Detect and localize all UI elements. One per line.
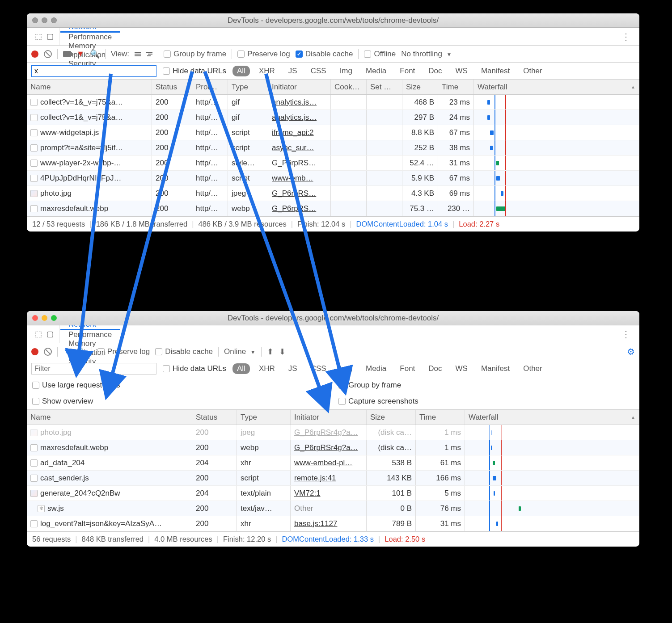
table-row[interactable]: ad_data_204204xhrwww-embed-pl…538 B61 ms — [27, 455, 639, 471]
filter-type-js[interactable]: JS — [284, 66, 302, 76]
filter-type-js[interactable]: JS — [284, 363, 302, 374]
filter-type-font[interactable]: Font — [395, 363, 419, 374]
filter-input[interactable] — [31, 363, 156, 375]
table-row[interactable]: maxresdefault.webp200webpG_P6rpRSr4g?a…(… — [27, 440, 639, 455]
initiator-link[interactable]: Other — [294, 504, 313, 513]
initiator-link[interactable]: G_P6rpRS… — [272, 204, 316, 213]
inspect-icon[interactable]: ⬚ — [35, 32, 42, 41]
filter-type-xhr[interactable]: XHR — [254, 363, 279, 374]
capture-screenshots-check[interactable]: Capture screenshots — [333, 393, 639, 409]
clear-button[interactable] — [44, 50, 52, 58]
device-icon[interactable]: ▢ — [46, 32, 54, 41]
throttling-dropdown[interactable]: No throttling ▼ — [401, 50, 452, 59]
hide-data-urls-check[interactable]: Hide data URLs — [163, 364, 226, 373]
filter-type-all[interactable]: All — [232, 66, 250, 76]
column-set[interactable]: Set … — [367, 80, 402, 94]
filter-type-css[interactable]: CSS — [306, 363, 331, 374]
table-row[interactable]: log_event?alt=json&key=AIzaSyA…200xhrbas… — [27, 516, 639, 531]
table-row[interactable]: sw.js200text/jav…Other0 B76 ms — [27, 501, 639, 516]
search-icon[interactable]: 🔍 — [76, 347, 86, 357]
upload-har-icon[interactable]: ⬆ — [267, 347, 274, 357]
table-row[interactable]: www-player-2x-webp-…200http/…style…G_P6r… — [27, 156, 639, 171]
more-icon[interactable]: ⋮ — [615, 329, 637, 340]
column-status[interactable]: Status — [152, 80, 192, 94]
column-time[interactable]: Time — [438, 80, 474, 94]
initiator-link[interactable]: www-emb… — [272, 174, 313, 183]
close-dot[interactable] — [32, 315, 38, 321]
initiator-link[interactable]: analytics.js… — [272, 98, 317, 107]
filter-type-manifest[interactable]: Manifest — [477, 363, 514, 374]
filter-type-other[interactable]: Other — [519, 363, 547, 374]
hide-data-urls-check[interactable]: Hide data URLs — [163, 67, 226, 76]
initiator-link[interactable]: G_P6rpRS… — [272, 189, 316, 198]
initiator-link[interactable]: async_sur… — [272, 143, 314, 152]
filter-toggle-icon[interactable]: ▼ — [63, 347, 71, 356]
initiator-link[interactable]: base.js:1127 — [294, 519, 337, 528]
group-by-frame-check[interactable]: Group by frame — [333, 377, 639, 393]
settings-icon[interactable]: ⚙ — [627, 346, 635, 357]
inspect-icon[interactable]: ⬚ — [35, 329, 42, 339]
column-time[interactable]: Time — [416, 410, 465, 425]
column-size[interactable]: Size — [402, 80, 438, 94]
preserve-log-check[interactable]: Preserve log — [237, 50, 290, 59]
column-size[interactable]: Size — [367, 410, 416, 425]
table-row[interactable]: 4PUpJpDdHqrNInFpJ…200http/…scriptwww-emb… — [27, 171, 639, 186]
record-button[interactable] — [31, 348, 38, 355]
titlebar[interactable]: DevTools - developers.google.com/web/too… — [27, 311, 639, 325]
column-name[interactable]: Name — [27, 410, 192, 425]
table-row[interactable]: generate_204?cQ2nBw204text/plainVM72:110… — [27, 486, 639, 501]
initiator-link[interactable]: analytics.js… — [272, 113, 317, 122]
filter-type-ws[interactable]: WS — [451, 66, 472, 76]
table-row[interactable]: collect?v=1&_v=j75&a…200http/…gifanalyti… — [27, 95, 639, 110]
zoom-dot[interactable] — [51, 315, 57, 321]
zoom-dot[interactable] — [51, 17, 57, 23]
more-icon[interactable]: ⋮ — [615, 31, 637, 42]
record-button[interactable] — [31, 51, 38, 58]
filter-type-xhr[interactable]: XHR — [254, 66, 279, 76]
column-prot[interactable]: Prot… — [192, 80, 228, 94]
table-row[interactable]: prompt?t=a&site=ylj5if…200http/…scriptas… — [27, 140, 639, 156]
table-row[interactable]: collect?v=1&_v=j75&a…200http/…gifanalyti… — [27, 110, 639, 125]
device-icon[interactable]: ▢ — [46, 329, 54, 339]
filter-type-font[interactable]: Font — [395, 66, 419, 76]
filter-type-media[interactable]: Media — [361, 363, 391, 374]
initiator-link[interactable]: www-embed-pl… — [294, 459, 352, 467]
filter-type-css[interactable]: CSS — [306, 66, 331, 76]
initiator-link[interactable]: VM72:1 — [294, 489, 321, 498]
online-dropdown[interactable]: Online ▼ — [224, 347, 255, 356]
overview-icon[interactable] — [146, 52, 152, 56]
filter-type-all[interactable]: All — [232, 363, 250, 374]
initiator-link[interactable]: G_P6rpRS… — [272, 159, 316, 168]
offline-check[interactable]: Offline — [364, 50, 396, 59]
column-type[interactable]: Type — [237, 410, 291, 425]
filter-type-ws[interactable]: WS — [451, 363, 472, 374]
filter-type-img[interactable]: Img — [335, 363, 357, 374]
table-row[interactable]: www-widgetapi.js200http/…scriptiframe_ap… — [27, 125, 639, 140]
camera-icon[interactable] — [63, 51, 71, 57]
filter-type-doc[interactable]: Doc — [424, 66, 446, 76]
tab-performance[interactable]: Performance — [60, 33, 120, 42]
filter-toggle-icon[interactable]: ▼ — [76, 49, 85, 59]
disable-cache-check[interactable]: Disable cache — [155, 347, 213, 356]
minimize-dot[interactable] — [42, 315, 47, 321]
filter-type-manifest[interactable]: Manifest — [477, 66, 514, 76]
group-by-frame-check[interactable]: Group by frame — [164, 50, 226, 59]
filter-input[interactable] — [31, 65, 156, 77]
column-status[interactable]: Status — [192, 410, 237, 425]
initiator-link[interactable]: G_P6rpRSr4g?a… — [294, 428, 358, 437]
table-row[interactable]: photo.jpg200http/…jpegG_P6rpRS…4.3 KB69 … — [27, 186, 639, 201]
column-name[interactable]: Name — [27, 80, 152, 94]
table-row[interactable]: maxresdefault.webp200http/…webpG_P6rpRS…… — [27, 201, 639, 216]
minimize-dot[interactable] — [42, 17, 47, 23]
table-row[interactable]: photo.jpg200jpegG_P6rpRSr4g?a…(disk ca…1… — [27, 425, 639, 440]
initiator-link[interactable]: remote.js:41 — [294, 474, 336, 483]
column-type[interactable]: Type — [228, 80, 268, 94]
search-icon[interactable]: 🔍 — [90, 49, 100, 59]
filter-type-img[interactable]: Img — [335, 66, 357, 76]
column-waterfall[interactable]: Waterfall — [474, 80, 639, 94]
table-row[interactable]: cast_sender.js200scriptremote.js:41143 K… — [27, 471, 639, 486]
clear-button[interactable] — [44, 348, 52, 356]
column-waterfall[interactable]: Waterfall — [465, 410, 639, 425]
column-initiator[interactable]: Initiator — [291, 410, 367, 425]
filter-type-other[interactable]: Other — [519, 66, 547, 76]
